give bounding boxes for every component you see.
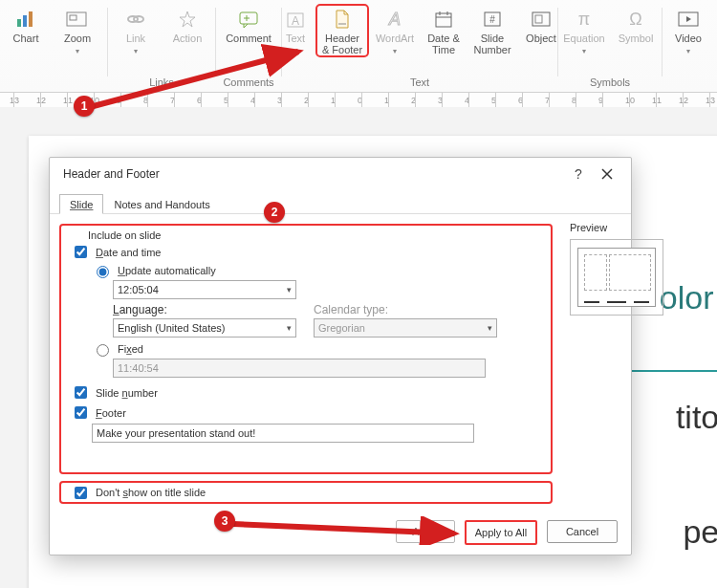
calendar-dropdown: Gregorian▾ <box>314 318 497 338</box>
ribbon-separator <box>107 8 108 76</box>
tab-notes-handouts[interactable]: Notes and Handouts <box>103 194 220 213</box>
zoom-icon <box>64 8 91 31</box>
dialog-footer: Apply Apply to All Cancel <box>50 520 631 545</box>
svg-rect-4 <box>70 15 76 20</box>
ribbon-textbox: A Text▾ <box>275 4 315 57</box>
cancel-button[interactable]: Cancel <box>547 520 618 543</box>
slide-text-preview: perdi <box>683 513 717 551</box>
chevron-down-icon: ▾ <box>287 323 292 333</box>
dialog-body: Include on slide Date and time Update au… <box>50 214 631 530</box>
annotation-box-noshow: Don't show on title slide <box>59 481 553 504</box>
ribbon-video[interactable]: Video▾ <box>666 4 710 88</box>
textbox-icon: A <box>282 8 309 31</box>
symbol-icon: Ω <box>622 8 649 31</box>
slide-text-preview: olor sit <box>660 279 717 316</box>
annotation-badge-1: 1 <box>74 96 95 117</box>
fixed-radio[interactable]: Fixed <box>92 341 541 357</box>
svg-text:A: A <box>388 10 401 29</box>
svg-rect-15 <box>436 13 451 27</box>
wordart-icon: A <box>381 8 408 31</box>
ribbon-symbol: Ω Symbol <box>610 4 662 56</box>
object-icon <box>528 8 554 31</box>
ribbon-group-comments: Comment Comments <box>220 4 277 88</box>
preview-box <box>570 239 663 316</box>
video-icon <box>675 8 702 31</box>
link-icon <box>122 8 149 31</box>
chevron-down-icon: ▾ <box>686 47 690 55</box>
datetime-checkbox[interactable]: Date and time <box>71 243 541 261</box>
ribbon-equation: π Equation▾ <box>558 4 610 56</box>
chevron-down-icon: ▾ <box>393 47 397 55</box>
apply-to-all-button[interactable]: Apply to All <box>465 520 537 545</box>
svg-rect-22 <box>535 15 542 23</box>
comment-icon <box>235 8 262 31</box>
svg-rect-1 <box>23 15 27 27</box>
action-icon <box>174 8 201 31</box>
dialog-tabs: Slide Notes and Handouts <box>50 190 631 214</box>
apply-button[interactable]: Apply <box>396 520 455 543</box>
ribbon-group-symbols: π Equation▾ Ω Symbol Symbols <box>562 4 658 88</box>
svg-rect-0 <box>17 19 21 27</box>
svg-marker-7 <box>180 11 195 27</box>
noshow-title-checkbox[interactable]: Don't show on title slide <box>71 484 206 502</box>
chevron-down-icon: ▾ <box>287 285 292 294</box>
chevron-down-icon: ▾ <box>488 323 492 333</box>
equation-icon: π <box>571 8 598 31</box>
chevron-down-icon: ▾ <box>582 47 586 55</box>
ribbon-zoom[interactable]: Zoom▾ <box>52 4 103 88</box>
close-icon <box>601 168 613 180</box>
update-auto-radio[interactable]: Update automatically <box>92 263 541 278</box>
ribbon-group-links: Link▾ Action Links <box>112 4 211 88</box>
ribbon-wordart: A WordArt▾ <box>369 4 421 57</box>
calendar-label: Calendar type: <box>314 303 497 316</box>
ribbon-link: Link▾ <box>110 4 162 56</box>
ribbon-audio[interactable]: Au <box>710 4 717 88</box>
ribbon-slidenumber[interactable]: # Slide Number <box>467 4 518 57</box>
header-footer-icon <box>329 8 356 31</box>
chevron-down-icon: ▾ <box>76 47 79 55</box>
footer-checkbox[interactable]: Footer <box>71 403 541 422</box>
section-label: Include on slide <box>84 229 164 241</box>
header-footer-dialog: Header and Footer ? Slide Notes and Hand… <box>49 157 632 555</box>
fixed-time-input: 11:40:54 <box>113 359 486 378</box>
slidenumber-checkbox[interactable]: Slide number <box>71 383 541 402</box>
chart-icon <box>12 8 39 31</box>
datetime-icon <box>430 8 457 31</box>
time-format-dropdown[interactable]: 12:05:04▾ <box>113 280 296 299</box>
ribbon-header-footer[interactable]: Header & Footer <box>315 4 369 57</box>
ribbon-chart[interactable]: Chart <box>0 4 52 88</box>
ribbon-group-text: A Text▾ Header & Footer A WordArt▾ Date … <box>286 4 554 88</box>
annotation-badge-3: 3 <box>214 511 235 532</box>
tab-slide[interactable]: Slide <box>59 194 103 214</box>
ribbon-action: Action <box>162 4 213 56</box>
dialog-title: Header and Footer <box>63 167 564 181</box>
slide-text-preview: titor c <box>676 399 717 436</box>
audio-icon <box>712 8 717 31</box>
close-button[interactable] <box>593 163 621 185</box>
ribbon-datetime[interactable]: Date & Time <box>421 4 467 57</box>
ribbon-object[interactable]: Object <box>518 4 564 57</box>
annotation-box-2: Include on slide Date and time Update au… <box>59 224 553 474</box>
preview-label: Preview <box>570 222 607 233</box>
svg-rect-2 <box>29 11 33 27</box>
ribbon-items: Chart Zoom▾ Link▾ Action Links <box>0 4 717 88</box>
svg-marker-24 <box>686 16 691 22</box>
ribbon-comment[interactable]: Comment <box>220 4 277 44</box>
chevron-down-icon: ▾ <box>134 47 138 55</box>
language-label: Language: <box>113 303 296 316</box>
footer-text-input[interactable]: Make your presentation stand out! <box>92 424 474 443</box>
help-button[interactable]: ? <box>564 163 593 185</box>
chevron-down-icon: ▾ <box>293 47 297 55</box>
annotation-badge-2: 2 <box>264 202 285 223</box>
ribbon: Chart Zoom▾ Link▾ Action Links <box>0 0 717 93</box>
preview-slide-thumb <box>577 248 656 307</box>
language-dropdown[interactable]: English (United States)▾ <box>113 318 296 338</box>
dialog-titlebar: Header and Footer ? <box>50 158 631 190</box>
slidenumber-icon: # <box>479 8 506 31</box>
svg-text:A: A <box>292 14 299 28</box>
svg-text:#: # <box>489 14 495 25</box>
